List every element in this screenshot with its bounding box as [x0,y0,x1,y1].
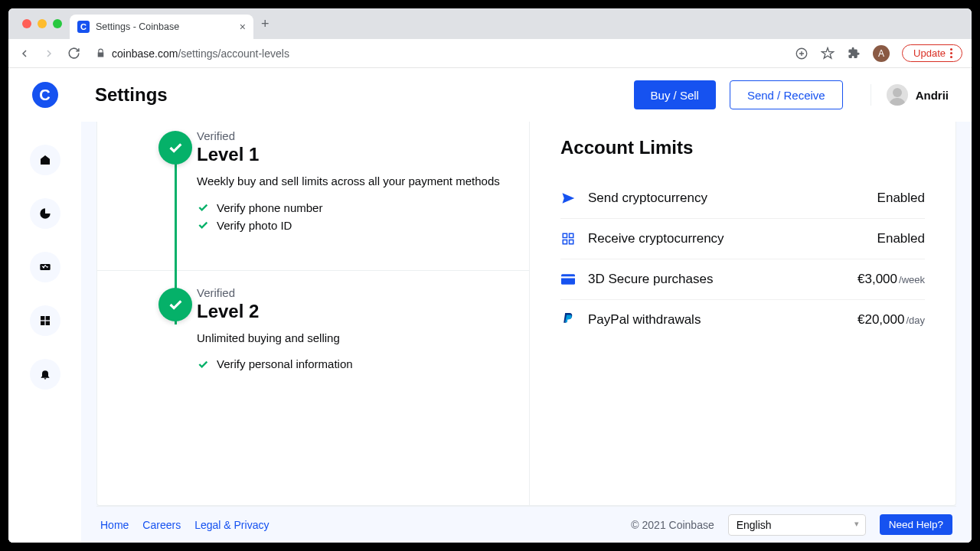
close-tab-icon[interactable]: × [240,21,246,33]
limit-label: Receive cryptocurrency [588,231,865,246]
back-button[interactable] [18,47,31,60]
address-bar[interactable]: coinbase.com/settings/account-levels [91,47,784,60]
limit-value: Enabled [877,191,925,205]
user-avatar-icon [887,84,908,106]
level-description: Weekly buy and sell limits across all yo… [197,173,506,191]
favicon-icon: C [77,21,90,33]
browser-tab[interactable]: C Settings - Coinbase × [70,15,253,39]
url-path: /settings/account-levels [178,47,289,60]
footer-legal-link[interactable]: Legal & Privacy [194,519,269,531]
limit-row: PayPal withdrawals €20,000/day [560,300,925,340]
content-panel: Verified Level 1 Weekly buy and sell lim… [96,122,956,506]
level-title: Level 1 [197,144,506,165]
svg-rect-8 [563,240,567,244]
maximize-window-icon[interactable] [53,19,62,28]
limit-value: €20,000 [858,312,904,327]
app-header: C Settings Buy / Sell Send / Receive And… [8,68,972,122]
task-item: Verify personal information [197,357,506,370]
limit-label: PayPal withdrawals [588,312,845,328]
url-domain: coinbase.com [112,47,178,60]
user-name: Andrii [916,89,949,102]
divider [97,270,529,271]
limit-value: €3,000 [858,272,897,286]
level-status: Verified [197,286,506,299]
buy-sell-button[interactable]: Buy / Sell [634,80,716,109]
svg-rect-6 [563,233,567,237]
need-help-button[interactable]: Need Help? [880,514,952,535]
install-app-icon[interactable] [795,47,808,60]
user-menu[interactable]: Andrii [871,84,949,106]
check-icon [197,358,209,370]
task-label: Verify photo ID [217,219,292,232]
level-1-card: Verified Level 1 Weekly buy and sell lim… [151,129,506,232]
minimize-window-icon[interactable] [38,19,47,28]
footer-careers-link[interactable]: Careers [142,519,181,531]
language-value: English [737,519,772,531]
svg-rect-9 [570,240,573,244]
task-item: Verify phone number [197,201,506,214]
verification-levels: Verified Level 1 Weekly buy and sell lim… [97,122,530,505]
footer-home-link[interactable]: Home [100,519,129,531]
limits-title: Account Limits [560,137,925,158]
limit-label: Send cryptocurrency [588,191,865,206]
account-limits-panel: Account Limits Send cryptocurrency Enabl… [530,122,956,505]
limit-row: Send cryptocurrency Enabled [560,178,925,219]
limit-unit: /day [906,315,925,326]
send-receive-button[interactable]: Send / Receive [730,80,843,109]
nav-portfolio-icon[interactable] [30,198,60,229]
task-label: Verify personal information [217,357,353,370]
lock-icon [96,48,106,58]
extensions-icon[interactable] [847,47,861,60]
page-title: Settings [95,84,620,106]
task-label: Verify phone number [217,201,322,214]
level-title: Level 2 [197,301,506,322]
check-circle-icon [158,288,192,321]
level-description: Unlimited buying and selling [197,330,506,347]
profile-avatar[interactable]: A [873,45,890,62]
svg-rect-4 [41,321,44,325]
limit-row: 3D Secure purchases €3,000/week [560,259,925,300]
language-selector[interactable]: English [728,514,866,536]
footer-copyright: © 2021 Coinbase [631,519,714,531]
limit-label: 3D Secure purchases [588,272,845,287]
check-icon [197,201,209,214]
footer: Home Careers Legal & Privacy © 2021 Coin… [96,506,956,543]
check-icon [197,219,209,231]
update-label: Update [913,47,946,59]
svg-rect-5 [45,321,49,325]
paypal-icon [560,312,576,328]
level-status: Verified [197,129,506,142]
nav-trade-icon[interactable] [30,252,60,282]
limit-row: Receive cryptocurrency Enabled [560,219,925,259]
update-button[interactable]: Update [902,44,962,62]
nav-notifications-icon[interactable] [30,359,60,390]
limit-unit: /week [899,274,925,285]
side-navigation [8,122,81,543]
svg-rect-3 [45,316,49,320]
kebab-icon [950,48,952,58]
card-icon [560,272,576,287]
svg-rect-11 [561,276,575,278]
browser-tabstrip: C Settings - Coinbase × + [8,8,972,39]
task-item: Verify photo ID [197,219,506,232]
forward-button[interactable] [42,47,56,60]
browser-toolbar: coinbase.com/settings/account-levels A U… [8,39,972,68]
svg-rect-2 [41,316,44,320]
bookmark-icon[interactable] [821,47,835,60]
check-circle-icon [158,131,192,165]
nav-for-you-icon[interactable] [30,305,60,336]
coinbase-logo-icon[interactable]: C [32,82,58,108]
send-icon [560,191,576,206]
new-tab-button[interactable]: + [253,16,277,32]
receive-icon [560,231,576,246]
nav-home-icon[interactable] [30,145,60,175]
level-2-card: Verified Level 2 Unlimited buying and se… [151,286,506,371]
close-window-icon[interactable] [22,19,31,28]
window-controls [15,19,70,28]
tab-title: Settings - Coinbase [96,21,234,32]
svg-rect-7 [570,233,573,237]
svg-rect-10 [561,274,575,285]
limit-value: Enabled [877,231,925,246]
reload-button[interactable] [67,47,80,60]
